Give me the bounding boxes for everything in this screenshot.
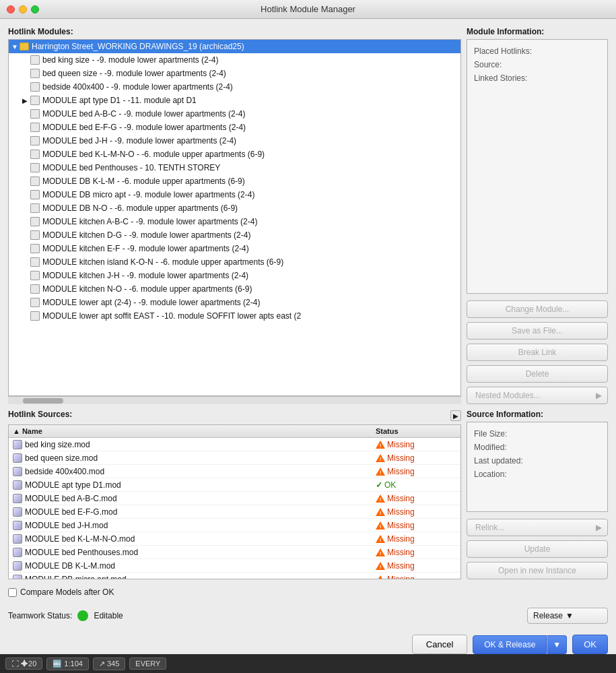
status-missing: Missing [376, 534, 456, 544]
open-new-instance-button[interactable]: Open in new Instance [467, 562, 608, 579]
table-row[interactable]: MODULE bed E-F-G.mod Missing [9, 505, 460, 519]
ok-release-button[interactable]: OK & Release [473, 635, 547, 654]
table-row[interactable]: MODULE bed Penthouses.mod Missing [9, 546, 460, 559]
tree-item[interactable]: MODULE kitchen island K-O-N - -6. module… [9, 255, 460, 269]
linked-stories-label: Linked Stories: [474, 73, 601, 83]
tree-item-label: MODULE kitchen island K-O-N - -6. module… [42, 257, 283, 267]
module-icon [30, 244, 40, 253]
tree-item-label: MODULE DB micro apt - -9. module lower a… [42, 190, 254, 199]
tree-item[interactable]: MODULE kitchen E-F - -9. module lower ap… [9, 242, 460, 255]
close-icon[interactable] [7, 5, 15, 13]
compare-models-checkbox[interactable] [8, 588, 17, 597]
name-column-header: Name [22, 427, 42, 435]
tree-item-label: MODULE kitchen D-G - -9. module lower ap… [42, 230, 250, 240]
tree-item[interactable]: MODULE lower apt soffit EAST - -10. modu… [9, 309, 460, 323]
status-ok: ✓ OK [376, 480, 456, 490]
status-missing: Missing [376, 561, 456, 571]
status-missing: Missing [376, 507, 456, 517]
status-missing: Missing [376, 548, 456, 557]
tree-item[interactable]: MODULE bed K-L-M-N-O - -6. module upper … [9, 148, 460, 161]
tree-item[interactable]: MODULE kitchen J-H - -9. module lower ap… [9, 269, 460, 282]
tree-item[interactable]: bedside 400x400 - -9. module lower apart… [9, 80, 460, 94]
ok-button[interactable]: OK [572, 635, 608, 654]
tree-item[interactable]: MODULE bed A-B-C - -9. module lower apar… [9, 107, 460, 121]
tree-item[interactable]: MODULE bed J-H - -9. module lower apartm… [9, 134, 460, 148]
minimize-icon[interactable] [19, 5, 27, 13]
relink-button[interactable]: Relink... ▶ [467, 519, 608, 536]
status-badge: Missing [376, 575, 456, 580]
save-as-file-button[interactable]: Save as File... [467, 322, 608, 340]
tree-item[interactable]: MODULE DB N-O - -6. module upper apartme… [9, 201, 460, 215]
table-row[interactable]: MODULE bed J-H.mod Missing [9, 519, 460, 532]
release-dropdown[interactable]: Release ▼ [527, 608, 608, 624]
tree-item-label: MODULE bed J-H - -9. module lower apartm… [42, 136, 236, 146]
table-header: ▲ Name Status [9, 425, 460, 438]
tree-item-label: MODULE kitchen E-F - -9. module lower ap… [42, 244, 249, 253]
file-size-label: File Size: [474, 429, 601, 439]
tree-item[interactable]: ▶MODULE apt type D1 - -11. module apt D1 [9, 94, 460, 107]
tree-item[interactable]: MODULE bed Penthouses - 10. TENTH STOREY [9, 161, 460, 174]
table-row[interactable]: bed king size.mod Missing [9, 438, 460, 451]
tree-item-label: MODULE bed Penthouses - 10. TENTH STOREY [42, 163, 220, 172]
release-dropdown-arrow: ▼ [566, 611, 574, 620]
status-missing: Missing [376, 521, 456, 530]
source-name: MODULE bed K-L-M-N-O.mod [25, 534, 135, 544]
delete-button[interactable]: Delete [467, 365, 608, 383]
nested-modules-button[interactable]: Nested Modules... ▶ [467, 387, 608, 404]
tree-item-label: MODULE apt type D1 - -11. module apt D1 [42, 96, 197, 105]
module-icon [30, 82, 40, 92]
change-module-button[interactable]: Change Module... [467, 300, 608, 318]
module-icon [30, 284, 40, 294]
source-name: bedside 400x400.mod [25, 467, 104, 476]
taskbar-item-4[interactable]: EVERY [129, 658, 166, 670]
update-button[interactable]: Update [467, 540, 608, 558]
taskbar-item-3[interactable]: ↗ 345 [93, 658, 125, 670]
taskbar: ⛶ ✦20 🔤 1:104 ↗ 345 EVERY [0, 654, 616, 673]
tree-item[interactable]: MODULE DB K-L-M - -6. module upper apart… [9, 174, 460, 188]
hotlink-modules-tree[interactable]: ▼Harrington Street_WORKING DRAWINGS_19 (… [8, 39, 461, 396]
tree-item[interactable]: bed king size - -9. module lower apartme… [9, 53, 460, 67]
break-link-button[interactable]: Break Link [467, 344, 608, 361]
tree-item[interactable]: MODULE DB micro apt - -9. module lower a… [9, 188, 460, 201]
tree-item[interactable]: ▼Harrington Street_WORKING DRAWINGS_19 (… [9, 40, 460, 53]
module-info-box: Placed Hotlinks: Source: Linked Stories: [467, 39, 608, 294]
table-row[interactable]: MODULE DB K-L-M.mod Missing [9, 559, 460, 573]
status-badge: Missing [376, 521, 456, 530]
ok-release-arrow-button[interactable]: ▼ [547, 635, 567, 654]
source-name: bed king size.mod [25, 440, 90, 449]
compare-models-label[interactable]: Compare Models after OK [8, 587, 114, 597]
tree-item[interactable]: MODULE kitchen N-O - -6. module upper ap… [9, 282, 460, 296]
module-icon [30, 298, 40, 307]
tree-item-label: bed queen size - -9. module lower apartm… [42, 69, 226, 78]
cancel-button[interactable]: Cancel [412, 635, 467, 654]
status-missing: Missing [376, 453, 456, 463]
editable-label: Editable [94, 611, 123, 620]
source-file-icon [13, 575, 22, 580]
sources-expand-button[interactable]: ▶ [450, 410, 461, 421]
status-column-header: Status [376, 427, 456, 435]
table-row[interactable]: MODULE apt type D1.mod✓ OK [9, 478, 460, 492]
status-badge: Missing [376, 561, 456, 571]
table-row[interactable]: MODULE DB micro apt.mod Missing [9, 573, 460, 579]
tree-item[interactable]: MODULE lower apt (2-4) - -9. module lowe… [9, 296, 460, 309]
tree-item-label: MODULE bed A-B-C - -9. module lower apar… [42, 109, 245, 119]
tree-item[interactable]: bed queen size - -9. module lower apartm… [9, 67, 460, 80]
tree-scrollbar-h[interactable] [8, 396, 461, 404]
tree-item-label: MODULE kitchen N-O - -6. module upper ap… [42, 284, 252, 294]
source-label: Source: [474, 60, 601, 69]
tree-item[interactable]: MODULE kitchen D-G - -9. module lower ap… [9, 228, 460, 242]
tree-item-label: MODULE kitchen A-B-C - -9. module lower … [42, 217, 257, 226]
teamwork-status-label: Teamwork Status: [8, 611, 72, 620]
tree-item[interactable]: MODULE bed E-F-G - -9. module lower apar… [9, 121, 460, 134]
table-row[interactable]: bed queen size.mod Missing [9, 451, 460, 465]
sources-table[interactable]: ▲ Name Status bed king size.mod Missingb… [8, 424, 461, 579]
tree-item[interactable]: MODULE kitchen A-B-C - -9. module lower … [9, 215, 460, 228]
maximize-icon[interactable] [31, 5, 39, 13]
table-row[interactable]: bedside 400x400.mod Missing [9, 465, 460, 478]
table-row[interactable]: MODULE bed K-L-M-N-O.mod Missing [9, 532, 460, 546]
tree-item-label: MODULE kitchen J-H - -9. module lower ap… [42, 271, 248, 280]
table-row[interactable]: MODULE bed A-B-C.mod Missing [9, 492, 460, 505]
module-icon [30, 257, 40, 267]
taskbar-item-2[interactable]: 🔤 1:104 [46, 658, 89, 670]
taskbar-item-1[interactable]: ⛶ ✦20 [5, 658, 42, 670]
